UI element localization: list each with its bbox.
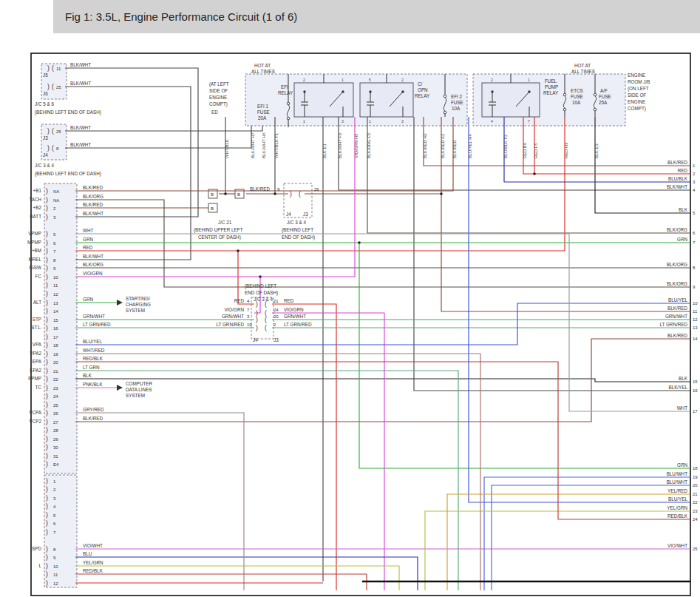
wire-color-label: BLK/WHT: [667, 184, 687, 189]
fuse-terminal: [563, 93, 566, 96]
wire-color-label: BLK: [679, 207, 688, 212]
fuse-terminal: [287, 102, 290, 105]
wire-color-label: WHT: [677, 405, 687, 411]
connector-bracket: ): [46, 299, 48, 306]
ecm-pin-name: STP: [33, 317, 41, 322]
diagram-label: FUSE: [571, 94, 583, 99]
diagram-label: RED: [234, 298, 245, 303]
diagram-label: CHARGING: [126, 302, 151, 307]
diagram-label: LT GRN/RED: [216, 322, 244, 327]
diagram-label: ENGINE: [628, 99, 645, 104]
diagram-label: 2: [491, 78, 493, 82]
diagram-label: J4: [43, 152, 48, 158]
diagram-label: ROOM J/B: [628, 79, 650, 84]
pin-number: NA: [53, 198, 59, 203]
diagram-label: END OF DASH): [245, 290, 278, 296]
wire-color-label: BLK/ORG: [667, 227, 687, 232]
diagram-label: (AT LEFT: [209, 81, 229, 87]
connector-bracket: ): [46, 519, 48, 527]
ecm-pin-name: VCPA: [29, 410, 41, 415]
wire-color-label: GRN: [83, 237, 93, 242]
diagram-label: GRN/WHT: [284, 314, 306, 319]
connector-bracket: ): [46, 384, 48, 391]
wire-color-label: RED H3: [564, 143, 568, 158]
ecm-pin-name: PPMP: [28, 376, 41, 381]
pin-number: 7: [693, 240, 696, 245]
connector-bracket: ): [46, 528, 48, 536]
diagram-label: 26: [314, 187, 319, 192]
pin-number: 23: [693, 509, 698, 513]
diagram-label: 25: [56, 85, 61, 90]
diagram-label: FUSE: [451, 100, 463, 105]
pin-number: 1: [693, 163, 696, 168]
junction-dot: [533, 172, 536, 175]
ecm-pin-name: ALT: [33, 300, 41, 305]
diagram-label: A/F: [600, 88, 608, 93]
pin-number: 10: [53, 564, 58, 569]
pin-number: 25: [693, 547, 698, 551]
connector-bracket: ): [46, 435, 48, 442]
diagram-label: (: [52, 144, 54, 152]
ecm-pin-name: +B1: [33, 188, 42, 193]
wire-color-label: BLK/RED: [83, 416, 103, 421]
wire-color-label: GRN/WHT: [665, 314, 687, 319]
wire-color-label: BLK E3: [594, 144, 599, 158]
diagram-label: SYSTEM: [126, 393, 145, 398]
diagram-label: ): [256, 316, 258, 323]
wire-color-label: BLK/RED: [667, 160, 687, 165]
wire-color-label: BLK/RED: [452, 140, 457, 158]
connector-bracket: ): [46, 264, 48, 271]
diagram-label: BLK/WHT: [70, 62, 91, 67]
pin-number: 16: [53, 326, 58, 331]
diagram-label: 21: [273, 299, 279, 303]
connector-bracket: ): [46, 256, 48, 263]
diagram-label: SIDE OF: [209, 88, 228, 93]
wire-color-label: RED F5: [534, 143, 538, 158]
wire-color-label: GRN: [677, 462, 687, 468]
diagram-label: SIDE OF: [628, 92, 646, 98]
diagram-label: 25A: [599, 100, 608, 105]
connector-bracket: ): [46, 281, 48, 289]
diagram-label: J3: [273, 337, 279, 343]
connector-bracket: ): [46, 316, 48, 323]
pin-number: 31: [53, 454, 58, 459]
connector-bracket: ): [46, 426, 48, 434]
pin-number: 12: [693, 317, 698, 322]
connector-bracket: ): [46, 562, 48, 570]
wire-color-label: PNK/BLK: [83, 382, 103, 387]
diagram-label: J6: [43, 91, 48, 96]
junction-dot: [224, 192, 227, 195]
diagram-label: BLK/WHT: [70, 81, 91, 86]
ecm-pin-name: BATT: [30, 214, 41, 219]
connector-bracket: ): [46, 196, 48, 203]
pin-number: 14: [53, 309, 58, 314]
diagram-label: 1: [369, 119, 371, 124]
wire-color-label: BLU/BLK F2: [503, 135, 508, 158]
diagram-label: J/C 3 & 4: [35, 163, 54, 168]
wire-color-label: RED: [678, 168, 688, 173]
junction-dot: [273, 192, 276, 195]
wire-color-label: LT GRN/RED: [83, 322, 111, 327]
wire-color-label: BLK: [83, 373, 92, 378]
pin-number: NA: [53, 189, 59, 194]
wire-color-label: GRY/RED: [83, 407, 104, 412]
connector-bracket: ): [46, 273, 48, 280]
junction-block: [245, 74, 467, 126]
wire-color-label: BLK/ORG: [83, 194, 103, 199]
diagram-label: C/: [418, 81, 423, 87]
diagram-label: RELAY: [543, 90, 559, 95]
wire-color-label: YEL/RED: [667, 488, 687, 493]
diagram-label: ALL TIMES: [251, 69, 275, 74]
diagram-label: B: [211, 206, 214, 211]
wire-color-label: BLK E1: [322, 144, 327, 158]
connector-bracket: ): [46, 511, 48, 519]
connector-bracket: ): [46, 204, 48, 212]
diagram-label: OPN: [418, 87, 428, 92]
diagram-label: 2: [401, 78, 404, 82]
diagram-label: 11: [56, 67, 61, 71]
wire-color-label: BLU/YEL H4: [468, 134, 472, 158]
wire-color-label: BLU: [83, 551, 92, 556]
diagram-label: LT GRN/RED: [284, 322, 312, 327]
connector-bracket: ): [46, 502, 48, 510]
pin-number: 6: [693, 231, 696, 235]
